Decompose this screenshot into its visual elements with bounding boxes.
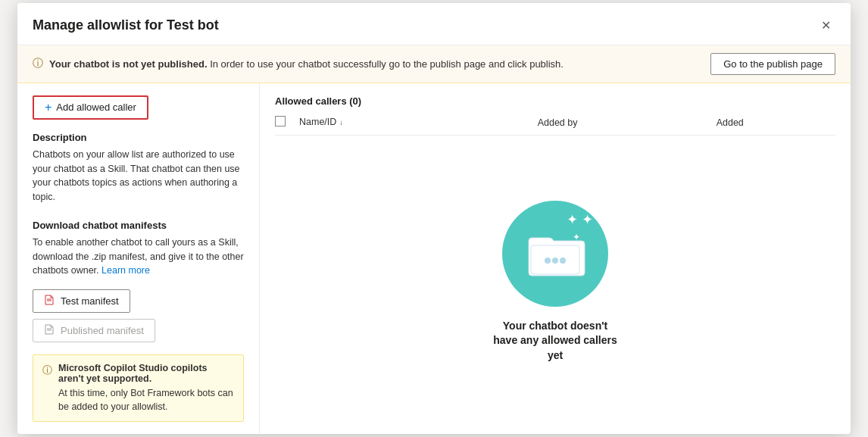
description-heading: Description: [33, 132, 244, 143]
warning-banner: ⓘ Your chatbot is not yet published. In …: [17, 45, 851, 83]
modal-container: Manage allowlist for Test bot ✕ ⓘ Your c…: [17, 3, 851, 434]
callers-heading: Allowed callers (0): [275, 95, 835, 107]
folder-illustration: ✦ ✦✦: [502, 201, 608, 307]
test-manifest-icon: [44, 295, 55, 307]
svg-point-6: [545, 258, 551, 264]
description-text: Chatbots on your allow list are authoriz…: [33, 148, 244, 204]
sparkles-icon: ✦ ✦✦: [567, 211, 593, 244]
modal-header: Manage allowlist for Test bot ✕: [17, 3, 851, 45]
warning-text-bold: Your chatbot is not yet published.: [49, 58, 208, 70]
name-sort-icon[interactable]: ↓: [339, 118, 343, 126]
right-panel: Allowed callers (0) Name/ID ↓ Added by A…: [260, 83, 851, 434]
download-heading: Download chatbot manifests: [33, 220, 244, 231]
warning-text-normal: In order to use your chatbot successfull…: [210, 58, 564, 70]
modal-body: + Add allowed caller Description Chatbot…: [17, 83, 851, 434]
test-manifest-label: Test manifest: [61, 295, 119, 307]
copilot-warning-icon: ⓘ: [42, 364, 52, 377]
col-added-by-label: Added by: [538, 117, 578, 128]
col-added-header: Added: [717, 117, 835, 128]
manifest-section: Download chatbot manifests To enable ano…: [33, 220, 244, 342]
description-section: Description Chatbots on your allow list …: [33, 132, 244, 204]
svg-point-7: [552, 258, 558, 264]
col-name-label: Name/ID: [299, 117, 336, 127]
col-added-by-header: Added by: [538, 117, 717, 128]
test-manifest-button[interactable]: Test manifest: [33, 289, 130, 313]
col-checkbox-header: [275, 116, 299, 129]
empty-state: ✦ ✦✦ Your chatbot do: [275, 142, 835, 422]
plus-icon: +: [45, 101, 52, 114]
svg-point-8: [560, 258, 566, 264]
warning-left: ⓘ Your chatbot is not yet published. In …: [33, 57, 701, 70]
empty-state-text: Your chatbot doesn't have any allowed ca…: [493, 319, 617, 364]
close-button[interactable]: ✕: [816, 15, 835, 36]
copilot-warning-header: ⓘ Microsoft Copilot Studio copilots aren…: [42, 363, 234, 384]
select-all-checkbox[interactable]: [275, 116, 286, 126]
add-caller-label: Add allowed caller: [56, 101, 136, 113]
learn-more-link[interactable]: Learn more: [101, 265, 150, 276]
published-manifest-icon: [44, 324, 55, 337]
add-allowed-caller-button[interactable]: + Add allowed caller: [33, 95, 148, 120]
copilot-warning: ⓘ Microsoft Copilot Studio copilots aren…: [33, 354, 244, 422]
copilot-warning-body: At this time, only Bot Framework bots ca…: [42, 387, 234, 414]
download-text: To enable another chatbot to call yours …: [33, 236, 244, 278]
left-panel: + Add allowed caller Description Chatbot…: [17, 83, 260, 434]
go-to-publish-button[interactable]: Go to the publish page: [710, 53, 835, 75]
published-manifest-button[interactable]: Published manifest: [33, 319, 155, 342]
col-name-header: Name/ID ↓: [299, 117, 538, 127]
copilot-warning-title: Microsoft Copilot Studio copilots aren't…: [58, 363, 234, 384]
col-added-label: Added: [717, 117, 744, 128]
published-manifest-label: Published manifest: [61, 325, 144, 336]
warning-icon: ⓘ: [33, 57, 43, 70]
warning-text: Your chatbot is not yet published. In or…: [49, 58, 564, 70]
modal-title: Manage allowlist for Test bot: [33, 17, 219, 33]
table-header: Name/ID ↓ Added by Added: [275, 116, 835, 136]
